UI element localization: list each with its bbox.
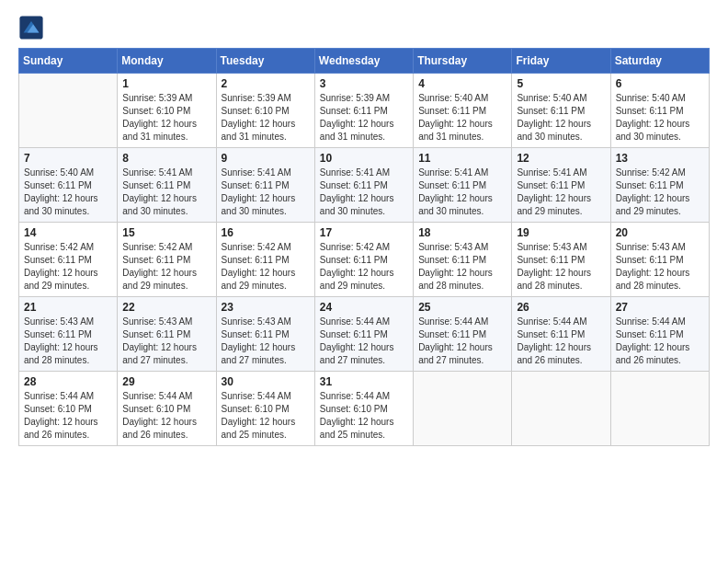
calendar-week-2: 7Sunrise: 5:40 AMSunset: 6:11 PMDaylight… bbox=[19, 148, 710, 223]
day-number: 18 bbox=[418, 226, 506, 239]
day-info: Sunrise: 5:42 AMSunset: 6:11 PMDaylight:… bbox=[320, 241, 408, 293]
calendar-cell: 11Sunrise: 5:41 AMSunset: 6:11 PMDayligh… bbox=[414, 148, 512, 223]
calendar-cell: 12Sunrise: 5:41 AMSunset: 6:11 PMDayligh… bbox=[512, 148, 610, 223]
day-info: Sunrise: 5:44 AMSunset: 6:10 PMDaylight:… bbox=[122, 390, 210, 442]
day-info: Sunrise: 5:43 AMSunset: 6:11 PMDaylight:… bbox=[222, 316, 310, 367]
day-number: 7 bbox=[24, 152, 112, 165]
calendar-cell: 2Sunrise: 5:39 AMSunset: 6:10 PMDaylight… bbox=[216, 74, 314, 148]
calendar-header-saturday: Saturday bbox=[610, 49, 709, 74]
day-number: 21 bbox=[24, 301, 112, 314]
day-number: 11 bbox=[418, 152, 506, 165]
day-number: 1 bbox=[122, 77, 210, 90]
calendar-week-5: 28Sunrise: 5:44 AMSunset: 6:10 PMDayligh… bbox=[19, 372, 710, 446]
day-info: Sunrise: 5:41 AMSunset: 6:11 PMDaylight:… bbox=[320, 167, 408, 218]
calendar-cell: 17Sunrise: 5:42 AMSunset: 6:11 PMDayligh… bbox=[314, 223, 413, 297]
day-number: 23 bbox=[222, 301, 310, 314]
day-number: 12 bbox=[517, 152, 605, 165]
calendar-cell: 3Sunrise: 5:39 AMSunset: 6:11 PMDaylight… bbox=[314, 74, 413, 148]
calendar-cell: 31Sunrise: 5:44 AMSunset: 6:10 PMDayligh… bbox=[314, 372, 413, 446]
calendar-header-sunday: Sunday bbox=[19, 49, 118, 74]
day-info: Sunrise: 5:43 AMSunset: 6:11 PMDaylight:… bbox=[24, 316, 112, 367]
calendar-cell: 30Sunrise: 5:44 AMSunset: 6:10 PMDayligh… bbox=[216, 372, 314, 446]
calendar-cell: 20Sunrise: 5:43 AMSunset: 6:11 PMDayligh… bbox=[610, 223, 709, 297]
calendar-cell: 10Sunrise: 5:41 AMSunset: 6:11 PMDayligh… bbox=[314, 148, 413, 223]
day-number: 19 bbox=[517, 226, 605, 239]
day-info: Sunrise: 5:44 AMSunset: 6:11 PMDaylight:… bbox=[517, 316, 605, 367]
calendar-week-3: 14Sunrise: 5:42 AMSunset: 6:11 PMDayligh… bbox=[19, 223, 710, 297]
day-number: 26 bbox=[517, 301, 605, 314]
day-info: Sunrise: 5:42 AMSunset: 6:11 PMDaylight:… bbox=[122, 241, 210, 293]
day-number: 3 bbox=[320, 77, 408, 90]
day-info: Sunrise: 5:43 AMSunset: 6:11 PMDaylight:… bbox=[418, 241, 506, 293]
day-info: Sunrise: 5:41 AMSunset: 6:11 PMDaylight:… bbox=[418, 167, 506, 218]
calendar-cell: 4Sunrise: 5:40 AMSunset: 6:11 PMDaylight… bbox=[414, 74, 512, 148]
day-number: 30 bbox=[222, 375, 310, 388]
day-number: 14 bbox=[24, 226, 112, 239]
day-info: Sunrise: 5:43 AMSunset: 6:11 PMDaylight:… bbox=[517, 241, 605, 293]
calendar-cell: 24Sunrise: 5:44 AMSunset: 6:11 PMDayligh… bbox=[314, 297, 413, 372]
day-info: Sunrise: 5:40 AMSunset: 6:11 PMDaylight:… bbox=[616, 92, 704, 144]
calendar-table: SundayMondayTuesdayWednesdayThursdayFrid… bbox=[18, 48, 710, 446]
calendar-cell: 29Sunrise: 5:44 AMSunset: 6:10 PMDayligh… bbox=[118, 372, 216, 446]
calendar-cell: 19Sunrise: 5:43 AMSunset: 6:11 PMDayligh… bbox=[512, 223, 610, 297]
day-info: Sunrise: 5:43 AMSunset: 6:11 PMDaylight:… bbox=[122, 316, 210, 367]
calendar-cell bbox=[19, 74, 118, 148]
calendar-week-4: 21Sunrise: 5:43 AMSunset: 6:11 PMDayligh… bbox=[19, 297, 710, 372]
day-number: 24 bbox=[320, 301, 408, 314]
calendar-header-thursday: Thursday bbox=[414, 49, 512, 74]
day-info: Sunrise: 5:43 AMSunset: 6:11 PMDaylight:… bbox=[616, 241, 704, 293]
day-number: 16 bbox=[222, 226, 310, 239]
day-info: Sunrise: 5:40 AMSunset: 6:11 PMDaylight:… bbox=[418, 92, 506, 144]
day-number: 9 bbox=[222, 152, 310, 165]
calendar-cell: 22Sunrise: 5:43 AMSunset: 6:11 PMDayligh… bbox=[118, 297, 216, 372]
day-info: Sunrise: 5:39 AMSunset: 6:10 PMDaylight:… bbox=[122, 92, 210, 144]
day-number: 13 bbox=[616, 152, 704, 165]
calendar-header-monday: Monday bbox=[118, 49, 216, 74]
day-info: Sunrise: 5:42 AMSunset: 6:11 PMDaylight:… bbox=[222, 241, 310, 293]
day-number: 25 bbox=[418, 301, 506, 314]
day-info: Sunrise: 5:44 AMSunset: 6:11 PMDaylight:… bbox=[616, 316, 704, 367]
calendar-cell: 6Sunrise: 5:40 AMSunset: 6:11 PMDaylight… bbox=[610, 74, 709, 148]
day-info: Sunrise: 5:42 AMSunset: 6:11 PMDaylight:… bbox=[616, 167, 704, 218]
calendar-cell: 26Sunrise: 5:44 AMSunset: 6:11 PMDayligh… bbox=[512, 297, 610, 372]
day-number: 20 bbox=[616, 226, 704, 239]
day-number: 22 bbox=[122, 301, 210, 314]
day-info: Sunrise: 5:41 AMSunset: 6:11 PMDaylight:… bbox=[122, 167, 210, 218]
calendar-cell: 23Sunrise: 5:43 AMSunset: 6:11 PMDayligh… bbox=[216, 297, 314, 372]
day-info: Sunrise: 5:39 AMSunset: 6:11 PMDaylight:… bbox=[320, 92, 408, 144]
calendar-header-tuesday: Tuesday bbox=[216, 49, 314, 74]
day-number: 5 bbox=[517, 77, 605, 90]
page-header bbox=[18, 15, 710, 40]
day-number: 15 bbox=[122, 226, 210, 239]
day-number: 17 bbox=[320, 226, 408, 239]
calendar-cell: 7Sunrise: 5:40 AMSunset: 6:11 PMDaylight… bbox=[19, 148, 118, 223]
day-info: Sunrise: 5:39 AMSunset: 6:10 PMDaylight:… bbox=[222, 92, 310, 144]
logo bbox=[18, 15, 48, 40]
logo-icon bbox=[18, 15, 44, 40]
day-info: Sunrise: 5:44 AMSunset: 6:10 PMDaylight:… bbox=[222, 390, 310, 442]
calendar-cell: 9Sunrise: 5:41 AMSunset: 6:11 PMDaylight… bbox=[216, 148, 314, 223]
calendar-cell: 21Sunrise: 5:43 AMSunset: 6:11 PMDayligh… bbox=[19, 297, 118, 372]
day-info: Sunrise: 5:44 AMSunset: 6:11 PMDaylight:… bbox=[320, 316, 408, 367]
calendar-cell bbox=[610, 372, 709, 446]
calendar-cell: 8Sunrise: 5:41 AMSunset: 6:11 PMDaylight… bbox=[118, 148, 216, 223]
calendar-cell: 18Sunrise: 5:43 AMSunset: 6:11 PMDayligh… bbox=[414, 223, 512, 297]
calendar-cell: 25Sunrise: 5:44 AMSunset: 6:11 PMDayligh… bbox=[414, 297, 512, 372]
calendar-cell bbox=[414, 372, 512, 446]
calendar-header-row: SundayMondayTuesdayWednesdayThursdayFrid… bbox=[19, 49, 710, 74]
calendar-cell bbox=[512, 372, 610, 446]
calendar-cell: 1Sunrise: 5:39 AMSunset: 6:10 PMDaylight… bbox=[118, 74, 216, 148]
calendar-cell: 13Sunrise: 5:42 AMSunset: 6:11 PMDayligh… bbox=[610, 148, 709, 223]
day-number: 29 bbox=[122, 375, 210, 388]
day-number: 27 bbox=[616, 301, 704, 314]
calendar-cell: 16Sunrise: 5:42 AMSunset: 6:11 PMDayligh… bbox=[216, 223, 314, 297]
day-info: Sunrise: 5:41 AMSunset: 6:11 PMDaylight:… bbox=[517, 167, 605, 218]
calendar-header-wednesday: Wednesday bbox=[314, 49, 413, 74]
day-number: 4 bbox=[418, 77, 506, 90]
calendar-week-1: 1Sunrise: 5:39 AMSunset: 6:10 PMDaylight… bbox=[19, 74, 710, 148]
day-info: Sunrise: 5:41 AMSunset: 6:11 PMDaylight:… bbox=[222, 167, 310, 218]
calendar-cell: 15Sunrise: 5:42 AMSunset: 6:11 PMDayligh… bbox=[118, 223, 216, 297]
day-info: Sunrise: 5:44 AMSunset: 6:11 PMDaylight:… bbox=[418, 316, 506, 367]
calendar-cell: 28Sunrise: 5:44 AMSunset: 6:10 PMDayligh… bbox=[19, 372, 118, 446]
day-number: 10 bbox=[320, 152, 408, 165]
